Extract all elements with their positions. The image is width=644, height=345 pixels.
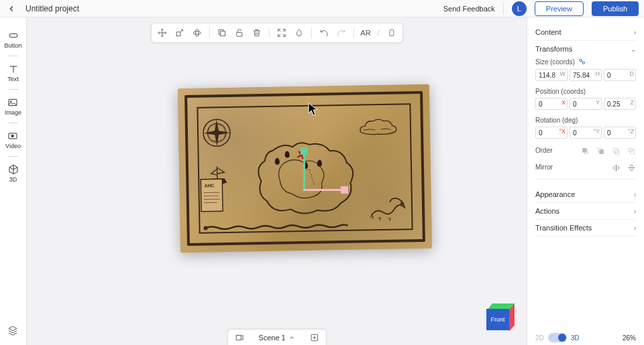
section-actions[interactable]: Actions › bbox=[535, 203, 636, 220]
link-icon[interactable]: ⚯ bbox=[576, 56, 588, 67]
user-avatar[interactable]: L bbox=[512, 1, 527, 16]
separator bbox=[9, 89, 18, 90]
view-cube-front-label: Front bbox=[486, 309, 509, 330]
bring-front-icon[interactable] bbox=[596, 147, 605, 155]
chevron-right-icon: › bbox=[634, 191, 636, 198]
label-3d: 3D bbox=[571, 334, 580, 342]
svg-text:AHC: AHC bbox=[204, 183, 214, 188]
move-icon[interactable] bbox=[156, 27, 167, 38]
svg-marker-4 bbox=[12, 135, 14, 137]
section-appearance-title: Appearance bbox=[535, 190, 575, 198]
mirror-h-icon[interactable] bbox=[612, 163, 621, 172]
tool-button-label: Button bbox=[4, 42, 21, 49]
tool-3d-label: 3D bbox=[9, 176, 17, 183]
tool-video[interactable]: Video bbox=[5, 130, 21, 149]
drop-icon[interactable] bbox=[293, 27, 304, 38]
section-actions-title: Actions bbox=[535, 207, 559, 215]
tool-button[interactable]: Button bbox=[4, 29, 21, 49]
back-button[interactable] bbox=[5, 3, 17, 15]
zoom-level[interactable]: 26% bbox=[623, 334, 636, 342]
tool-video-label: Video bbox=[5, 143, 21, 149]
chevron-right-icon: › bbox=[634, 208, 636, 215]
section-content[interactable]: Content › bbox=[535, 24, 636, 41]
chevron-right-icon: › bbox=[634, 224, 636, 232]
rotate-icon[interactable] bbox=[191, 27, 202, 38]
svg-rect-8 bbox=[220, 31, 225, 36]
scene-bar: Scene 1 bbox=[227, 329, 326, 345]
chevron-down-icon: ⌄ bbox=[631, 46, 636, 53]
section-transition[interactable]: Transition Effects › bbox=[535, 220, 636, 236]
header-left: Untitled project bbox=[5, 3, 79, 15]
cube-icon bbox=[7, 163, 19, 176]
rotation-label: Rotation (deg) bbox=[535, 117, 578, 124]
scene-label-text: Scene 1 bbox=[258, 334, 285, 342]
svg-point-7 bbox=[195, 29, 199, 37]
size-group: Size (coords) ⚯ W H D bbox=[535, 57, 636, 81]
mirror-label: Mirror bbox=[535, 163, 553, 171]
section-appearance[interactable]: Appearance › bbox=[535, 186, 636, 203]
section-transforms-title: Transforms bbox=[535, 45, 572, 53]
section-content-title: Content bbox=[535, 28, 561, 36]
delete-icon[interactable] bbox=[251, 27, 262, 38]
scale-icon[interactable] bbox=[174, 27, 184, 38]
view-cube[interactable]: Front bbox=[484, 302, 513, 332]
publish-button[interactable]: Publish bbox=[592, 1, 639, 16]
preview-button[interactable]: Preview bbox=[535, 1, 584, 16]
selected-object-map[interactable]: ✕ AHC bbox=[178, 84, 432, 253]
ar-button[interactable]: AR bbox=[360, 29, 370, 37]
rotation-group: Rotation (deg) °X °Y °Z bbox=[535, 117, 636, 139]
duplicate-icon[interactable] bbox=[216, 27, 227, 38]
send-feedback-link[interactable]: Send Feedback bbox=[443, 5, 495, 13]
separator bbox=[311, 27, 311, 38]
section-transforms[interactable]: Transforms ⌄ bbox=[535, 41, 636, 53]
tool-text-label: Text bbox=[7, 76, 19, 82]
mirror-v-icon[interactable] bbox=[627, 163, 636, 172]
svg-rect-28 bbox=[615, 150, 619, 153]
video-icon bbox=[7, 130, 19, 142]
chevron-up-icon bbox=[288, 334, 295, 341]
properties-panel: Content › Transforms ⌄ Size (coords) ⚯ W… bbox=[527, 17, 644, 345]
tool-image[interactable]: Image bbox=[5, 96, 21, 116]
scene-preview-icon[interactable] bbox=[234, 333, 244, 342]
send-back-icon[interactable] bbox=[627, 147, 636, 155]
toggle-switch[interactable] bbox=[548, 333, 567, 342]
separator bbox=[209, 27, 209, 38]
lock-icon[interactable] bbox=[233, 27, 244, 38]
separator bbox=[9, 123, 18, 123]
scene-selector[interactable]: Scene 1 bbox=[258, 334, 294, 342]
position-label: Position (coords) bbox=[535, 88, 586, 95]
send-backward-icon[interactable] bbox=[612, 147, 621, 155]
tool-3d[interactable]: 3D bbox=[7, 163, 19, 183]
project-title[interactable]: Untitled project bbox=[25, 4, 79, 13]
section-transition-title: Transition Effects bbox=[535, 224, 592, 232]
svg-rect-21 bbox=[236, 335, 241, 340]
size-label: Size (coords) bbox=[535, 58, 575, 66]
svg-rect-5 bbox=[176, 32, 180, 36]
separator bbox=[9, 56, 18, 56]
order-label: Order bbox=[535, 147, 553, 154]
text-icon bbox=[7, 63, 19, 75]
undo-icon[interactable] bbox=[318, 27, 329, 38]
separator: / bbox=[378, 29, 380, 37]
redo-icon[interactable] bbox=[335, 27, 346, 38]
size-label-row: Size (coords) ⚯ bbox=[535, 57, 636, 66]
svg-rect-0 bbox=[9, 33, 17, 37]
bring-forward-icon[interactable] bbox=[581, 147, 590, 155]
device-icon[interactable] bbox=[386, 27, 397, 38]
map-compass-icon bbox=[200, 116, 234, 150]
svg-rect-30 bbox=[629, 148, 632, 151]
view-mode-toggle[interactable]: 2D 3D bbox=[535, 333, 580, 342]
position-group: Position (coords) X Y Z bbox=[535, 88, 636, 110]
fit-icon[interactable] bbox=[276, 27, 286, 38]
image-icon bbox=[7, 96, 19, 109]
add-scene-button[interactable] bbox=[310, 333, 319, 342]
tool-text[interactable]: Text bbox=[7, 63, 19, 82]
map-scroll-icon: AHC bbox=[198, 175, 225, 216]
panel-bottom-bar: 2D 3D 26% bbox=[527, 333, 644, 342]
separator bbox=[353, 27, 354, 38]
order-group: Order bbox=[535, 145, 636, 155]
layers-button[interactable] bbox=[7, 325, 18, 338]
left-sidebar: Button Text Image Video 3D bbox=[0, 17, 27, 345]
canvas[interactable]: AR / ✕ AHC Fro bbox=[27, 17, 527, 345]
header: Untitled project Send Feedback L Preview… bbox=[0, 0, 644, 17]
